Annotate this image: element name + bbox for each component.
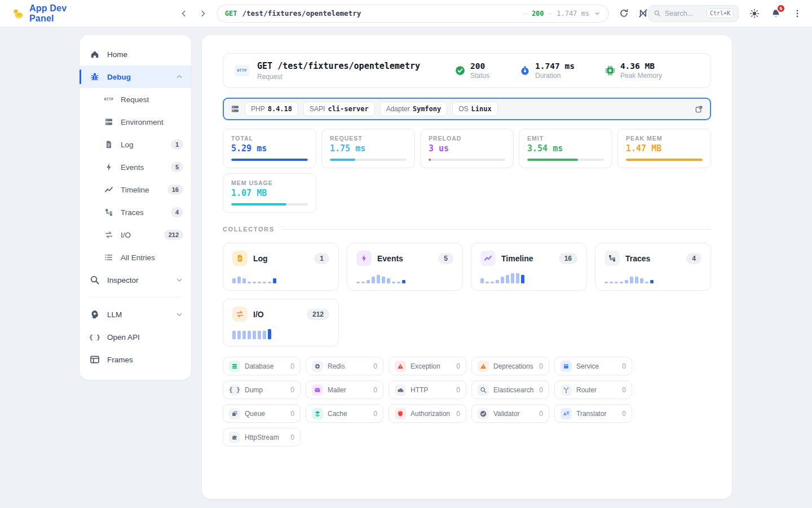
sidebar-item-traces[interactable]: Traces4 bbox=[80, 201, 191, 224]
sparkline-bar bbox=[273, 278, 276, 283]
braces-icon: { } bbox=[229, 384, 240, 396]
collector-name: I/O bbox=[253, 310, 264, 319]
chart-line-icon bbox=[480, 251, 496, 266]
chip-exception[interactable]: Exception0 bbox=[389, 357, 466, 375]
metric-progress-track bbox=[527, 159, 604, 161]
collector-card-timeline[interactable]: Timeline16 bbox=[471, 243, 587, 291]
chip-queue[interactable]: Queue0 bbox=[223, 404, 301, 423]
chip-mailer[interactable]: Mailer0 bbox=[306, 380, 383, 399]
pill-value: cli-server bbox=[328, 105, 368, 113]
chip-count: 0 bbox=[290, 433, 294, 441]
sidebar: HomeDebugHTTPRequestEnvironmentLog1Event… bbox=[80, 35, 191, 380]
database-icon bbox=[229, 361, 240, 372]
collector-name: Events bbox=[377, 254, 403, 263]
sparkline-bar bbox=[402, 280, 405, 283]
forward-icon[interactable] bbox=[197, 8, 209, 19]
chevron-down-icon[interactable] bbox=[594, 10, 601, 17]
sparkline-bar bbox=[382, 277, 385, 283]
warning-triangle-icon bbox=[478, 361, 489, 372]
window-icon bbox=[90, 354, 100, 365]
chip-service[interactable]: Service0 bbox=[554, 357, 632, 375]
sidebar-item-environment[interactable]: Environment bbox=[80, 111, 191, 133]
brand: App Dev Panel bbox=[12, 3, 94, 24]
chip-dump[interactable]: { }Dump0 bbox=[223, 380, 301, 399]
sparkline-bar bbox=[610, 282, 613, 283]
chip-elasticsearch[interactable]: Elasticsearch0 bbox=[471, 380, 549, 399]
search-input[interactable]: Search... Ctrl+K bbox=[648, 5, 739, 22]
chip-httpstream[interactable]: HttpStream0 bbox=[223, 428, 301, 446]
file-text-icon bbox=[104, 140, 113, 149]
sidebar-item-open-api[interactable]: { }Open API bbox=[80, 326, 191, 348]
sidebar-item-label: Timeline bbox=[121, 186, 149, 194]
dash-separator: — bbox=[523, 10, 527, 17]
metric-label: MEM USAGE bbox=[231, 179, 308, 186]
sidebar-item-request[interactable]: HTTPRequest bbox=[80, 88, 191, 111]
chip-count: 0 bbox=[456, 386, 460, 394]
layers-icon bbox=[312, 408, 323, 419]
metric-progress-track bbox=[231, 203, 308, 205]
chip-http[interactable]: HTTP0 bbox=[389, 380, 466, 399]
sidebar-item-inspector[interactable]: Inspector bbox=[80, 269, 191, 291]
request-summary-card: HTTP GET /test/fixtures/opentelemetry Re… bbox=[223, 53, 711, 88]
sidebar-item-label: Request bbox=[121, 95, 149, 104]
sidebar-item-timeline[interactable]: Timeline16 bbox=[80, 178, 191, 201]
braces-icon: { } bbox=[90, 332, 100, 342]
search-icon bbox=[478, 384, 489, 396]
metrics-grid: TOTAL5.29 msREQUEST1.75 msPRELOAD3 usEMI… bbox=[223, 129, 711, 213]
external-link-icon[interactable] bbox=[695, 105, 703, 113]
chip-label: Deprecations bbox=[493, 362, 533, 370]
collector-chips: Database0Redis0Exception0Deprecations0Se… bbox=[223, 357, 711, 446]
sidebar-item-i-o[interactable]: I/O212 bbox=[80, 224, 191, 246]
route-icon bbox=[561, 384, 572, 396]
arrows-lr-icon bbox=[104, 230, 113, 239]
chip-validator[interactable]: Validator0 bbox=[471, 404, 549, 423]
collector-card-events[interactable]: Events5 bbox=[347, 243, 463, 291]
translate-icon: A bbox=[561, 408, 572, 419]
sidebar-item-frames[interactable]: Frames bbox=[80, 348, 191, 371]
sparkline-bar bbox=[501, 277, 504, 283]
chip-count: 0 bbox=[373, 362, 377, 370]
back-icon[interactable] bbox=[178, 8, 189, 19]
collector-card-log[interactable]: Log1 bbox=[223, 243, 339, 291]
server-icon bbox=[231, 104, 240, 113]
refresh-icon[interactable] bbox=[618, 8, 629, 19]
profiler-off-icon[interactable] bbox=[637, 8, 648, 19]
chip-database[interactable]: Database0 bbox=[223, 357, 301, 375]
metric-progress-fill bbox=[527, 159, 578, 161]
sidebar-item-llm[interactable]: LLM bbox=[80, 303, 191, 326]
request-stats: 200Status1.747 msDuration4.36 MBPeak Mem… bbox=[455, 62, 662, 80]
collector-card-i-o[interactable]: I/O212 bbox=[223, 299, 339, 347]
sparkline-bar bbox=[253, 282, 256, 283]
metric-value: 3 us bbox=[429, 143, 505, 154]
chip-redis[interactable]: Redis0 bbox=[306, 357, 383, 375]
duck-logo-icon bbox=[12, 7, 25, 20]
sidebar-item-home[interactable]: Home bbox=[80, 43, 191, 65]
sparkline-bar bbox=[620, 282, 623, 283]
stat-value: 1.747 ms bbox=[535, 62, 575, 71]
chip-router[interactable]: Router0 bbox=[554, 380, 632, 399]
chip-authorization[interactable]: Authorization0 bbox=[389, 404, 466, 423]
kebab-menu-icon[interactable] bbox=[792, 8, 803, 19]
sparkline-bar bbox=[516, 273, 519, 283]
topbar-actions-right: Search... Ctrl+K 5 bbox=[648, 5, 803, 22]
chart-line-icon bbox=[104, 185, 113, 194]
collector-sparkline bbox=[356, 273, 453, 283]
app-title: App Dev Panel bbox=[29, 3, 94, 24]
sidebar-item-events[interactable]: Events5 bbox=[80, 156, 191, 178]
chip-cache[interactable]: Cache0 bbox=[306, 404, 383, 423]
chip-translator[interactable]: ATranslator0 bbox=[554, 404, 632, 423]
collector-sparkline bbox=[480, 273, 577, 283]
notifications-bell-icon[interactable]: 5 bbox=[770, 8, 782, 19]
chip-count: 0 bbox=[290, 362, 294, 370]
url-bar[interactable]: GET /test/fixtures/opentelemetry — 200 —… bbox=[217, 5, 609, 23]
server-pills: PHP8.4.18SAPIcli-serverAdapterSymfonyOSL… bbox=[245, 102, 498, 116]
sidebar-item-debug[interactable]: Debug bbox=[80, 65, 191, 88]
collector-card-traces[interactable]: Traces4 bbox=[595, 243, 711, 291]
sidebar-item-all-entries[interactable]: All Entries bbox=[80, 246, 191, 269]
chip-deprecations[interactable]: Deprecations0 bbox=[471, 357, 549, 375]
theme-toggle-icon[interactable] bbox=[749, 8, 760, 19]
count-badge: 1 bbox=[171, 139, 183, 150]
url-path: /test/fixtures/opentelemetry bbox=[242, 9, 361, 17]
sidebar-item-log[interactable]: Log1 bbox=[80, 133, 191, 156]
collector-count-badge: 4 bbox=[686, 253, 701, 264]
